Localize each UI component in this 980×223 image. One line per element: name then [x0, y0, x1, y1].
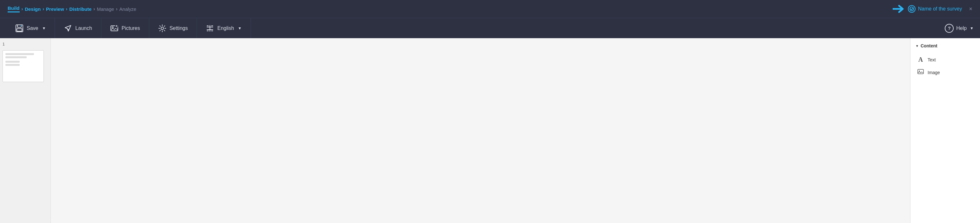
breadcrumb: Build › Design › Preview › Distribute › … [8, 5, 892, 13]
settings-icon [158, 24, 166, 32]
settings-button[interactable]: Settings [156, 23, 191, 34]
survey-name-badge: Name of the survey [908, 5, 962, 13]
nav-manage[interactable]: Manage [97, 6, 114, 12]
language-icon [206, 24, 214, 32]
svg-point-9 [161, 27, 164, 30]
sidebar-item-text[interactable]: A Text [916, 53, 975, 66]
help-label: Help [956, 26, 967, 31]
page-number: 1 [3, 42, 48, 47]
thumb-line-2 [5, 56, 27, 58]
language-group: English ▼ [197, 18, 251, 38]
save-icon [15, 24, 24, 32]
pictures-group: Pictures [101, 18, 149, 38]
svg-rect-3 [17, 29, 22, 31]
settings-group: Settings [149, 18, 197, 38]
nav-build[interactable]: Build [8, 5, 20, 13]
top-nav: Build › Design › Preview › Distribute › … [0, 0, 980, 18]
chevron-2: › [43, 6, 44, 11]
thumb-line-1 [5, 53, 34, 55]
launch-label: Launch [75, 26, 92, 31]
sidebar-item-text-label: Text [928, 57, 936, 63]
svg-rect-2 [18, 25, 21, 27]
save-button[interactable]: Save ▼ [13, 23, 48, 34]
language-button[interactable]: English ▼ [203, 23, 244, 34]
nav-distribute[interactable]: Distribute [69, 6, 91, 12]
sidebar-item-image[interactable]: Image [916, 66, 975, 79]
nav-analyze[interactable]: Analyze [119, 6, 136, 12]
settings-label: Settings [170, 26, 188, 31]
thumb-line-3 [5, 61, 20, 63]
help-icon: ? [945, 24, 954, 33]
image-icon [917, 68, 924, 76]
main-area: 1 ▼ Content A Text [0, 38, 980, 223]
thumb-line-4 [5, 64, 20, 66]
language-label: English [217, 26, 234, 31]
content-section-title: ▼ Content [916, 43, 975, 48]
right-sidebar: ▼ Content A Text Image [910, 38, 980, 223]
svg-rect-17 [918, 69, 923, 74]
text-icon: A [917, 56, 924, 63]
chevron-3: › [66, 6, 68, 11]
sidebar-item-image-label: Image [928, 70, 940, 75]
chevron-1: › [22, 6, 23, 11]
language-dropdown-arrow: ▼ [238, 26, 242, 30]
page-thumbnail[interactable] [3, 50, 44, 82]
arrow-right-icon [892, 5, 904, 13]
check-circle-icon [908, 5, 916, 13]
svg-point-4 [21, 25, 22, 26]
chevron-4: › [93, 6, 95, 11]
content-title-text: Content [921, 43, 937, 48]
svg-point-7 [112, 27, 113, 28]
nav-preview[interactable]: Preview [46, 6, 64, 12]
save-label: Save [27, 26, 38, 31]
chevron-5: › [116, 6, 118, 11]
toolbar-right: ? Help ▼ [945, 24, 974, 33]
close-icon[interactable]: × [969, 6, 972, 13]
nav-design[interactable]: Design [25, 6, 41, 12]
toolbar: Save ▼ Launch [0, 18, 980, 38]
canvas-area [51, 38, 910, 223]
save-group: Save ▼ [6, 18, 55, 38]
launch-group: Launch [55, 18, 101, 38]
pictures-button[interactable]: Pictures [108, 23, 143, 34]
help-button[interactable]: ? Help ▼ [945, 24, 974, 33]
help-dropdown-arrow: ▼ [970, 26, 974, 30]
thumbnail-panel: 1 [0, 38, 51, 223]
survey-name-area: Name of the survey × [892, 5, 972, 13]
launch-button[interactable]: Launch [61, 23, 95, 34]
launch-icon [64, 24, 72, 32]
survey-name-text: Name of the survey [918, 6, 962, 12]
pictures-icon [110, 24, 118, 32]
pictures-label: Pictures [122, 26, 140, 31]
save-dropdown-arrow: ▼ [42, 26, 46, 30]
svg-point-18 [919, 71, 920, 72]
triangle-icon: ▼ [916, 44, 919, 48]
